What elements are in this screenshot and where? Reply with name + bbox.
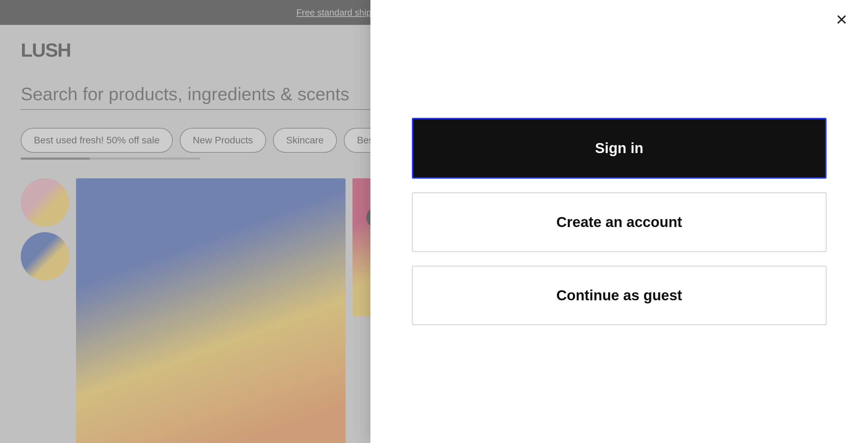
continue-as-guest-button[interactable]: Continue as guest [412,266,827,325]
create-account-button[interactable]: Create an account [412,192,827,252]
auth-modal: × Sign in Create an account Continue as … [370,0,868,443]
close-button[interactable]: × [836,10,847,29]
sign-in-button[interactable]: Sign in [412,118,827,179]
